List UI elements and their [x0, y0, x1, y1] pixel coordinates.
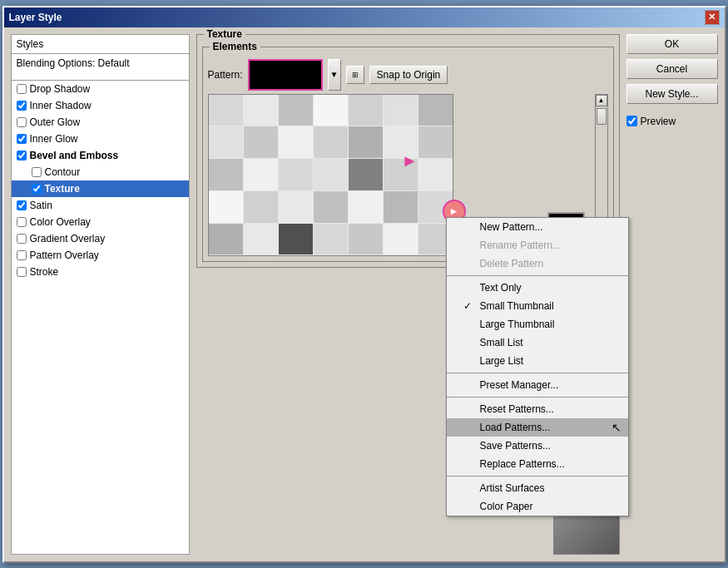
- close-button[interactable]: ✕: [705, 10, 720, 25]
- menu-item-large-list[interactable]: Large List: [447, 352, 628, 370]
- left-panel: Styles Blending Options: Default Drop Sh…: [11, 34, 190, 555]
- right-buttons-panel: OK Cancel New Style... Preview: [626, 34, 718, 555]
- satin-checkbox[interactable]: [17, 200, 27, 210]
- inner-glow-checkbox[interactable]: [17, 134, 27, 144]
- ok-button[interactable]: OK: [626, 34, 718, 54]
- menu-item-replace-patterns[interactable]: Replace Patterns...: [447, 455, 628, 473]
- menu-divider-1: [447, 275, 628, 276]
- sidebar-item-contour[interactable]: Contour: [12, 164, 189, 180]
- sidebar-item-drop-shadow[interactable]: Drop Shadow: [12, 81, 189, 97]
- menu-divider-3: [447, 397, 628, 398]
- context-menu: New Pattern... Rename Pattern... Delete …: [446, 217, 629, 516]
- pattern-preview: [248, 59, 323, 91]
- sidebar-item-inner-glow[interactable]: Inner Glow: [12, 131, 189, 147]
- pattern-dropdown-button[interactable]: ▼: [328, 59, 341, 91]
- elements-group-label: Elements: [210, 41, 260, 52]
- preview-row: Preview: [626, 116, 718, 127]
- menu-item-large-thumbnail[interactable]: Large Thumbnail: [447, 315, 628, 333]
- contour-checkbox[interactable]: [32, 167, 42, 177]
- scroll-up-arrow[interactable]: ▲: [596, 95, 607, 106]
- outer-glow-checkbox[interactable]: [17, 117, 27, 127]
- preview-label: Preview: [641, 116, 676, 127]
- inner-shadow-checkbox[interactable]: [17, 101, 27, 111]
- sidebar-item-gradient-overlay[interactable]: Gradient Overlay: [12, 230, 189, 247]
- main-content: Texture Elements Pattern: ▼ ⊞ Snap to Or…: [196, 34, 620, 555]
- menu-item-small-thumbnail[interactable]: ✓ Small Thumbnail: [447, 297, 628, 315]
- sidebar-item-texture[interactable]: Texture: [12, 180, 189, 197]
- cursor-indicator: ↖: [612, 421, 622, 434]
- menu-item-preset-manager[interactable]: Preset Manager...: [447, 376, 628, 394]
- sidebar-item-inner-shadow[interactable]: Inner Shadow: [12, 97, 189, 114]
- stroke-checkbox[interactable]: [17, 267, 27, 277]
- scroll-thumb[interactable]: [597, 108, 607, 125]
- sidebar-item-satin[interactable]: Satin: [12, 197, 189, 214]
- menu-item-rename-pattern: Rename Pattern...: [447, 236, 628, 254]
- sidebar-item-bevel-emboss[interactable]: Bevel and Emboss: [12, 147, 189, 164]
- snap-to-origin-button[interactable]: Snap to Origin: [369, 66, 448, 84]
- texture-checkbox[interactable]: [32, 184, 42, 194]
- menu-item-small-list[interactable]: Small List: [447, 333, 628, 352]
- sidebar-item-pattern-overlay[interactable]: Pattern Overlay: [12, 247, 189, 264]
- preview-checkbox[interactable]: [626, 116, 637, 126]
- layer-effects-list: Drop Shadow Inner Shadow Outer Glow Inne…: [11, 81, 190, 555]
- menu-divider-4: [447, 476, 628, 477]
- blending-options-item[interactable]: Blending Options: Default: [11, 54, 190, 81]
- menu-item-text-only[interactable]: Text Only: [447, 279, 628, 297]
- title-bar: Layer Style ✕: [4, 7, 725, 27]
- pattern-options-button[interactable]: ⊞: [346, 66, 364, 84]
- pattern-overlay-checkbox[interactable]: [17, 250, 27, 260]
- menu-item-save-patterns[interactable]: Save Patterns...: [447, 437, 628, 455]
- gradient-overlay-checkbox[interactable]: [17, 234, 27, 244]
- sidebar-item-outer-glow[interactable]: Outer Glow: [12, 114, 189, 131]
- layer-style-dialog: Layer Style ✕ Styles Blending Options: D…: [2, 6, 726, 563]
- sidebar-item-stroke[interactable]: Stroke: [12, 264, 189, 280]
- menu-item-load-patterns[interactable]: Load Patterns... ↖: [447, 418, 628, 437]
- bevel-emboss-checkbox[interactable]: [17, 151, 27, 161]
- new-style-button[interactable]: New Style...: [626, 84, 718, 104]
- menu-item-reset-patterns[interactable]: Reset Patterns...: [447, 400, 628, 418]
- menu-item-delete-pattern: Delete Pattern: [447, 254, 628, 273]
- menu-item-new-pattern[interactable]: New Pattern...: [447, 218, 628, 236]
- menu-item-color-paper[interactable]: Color Paper: [447, 497, 628, 516]
- drop-shadow-checkbox[interactable]: [17, 84, 27, 94]
- sidebar-item-color-overlay[interactable]: Color Overlay: [12, 214, 189, 230]
- styles-header: Styles: [11, 34, 190, 54]
- pink-arrow-indicator: ►: [402, 151, 418, 170]
- pattern-grid[interactable]: [208, 94, 453, 256]
- pattern-row: Pattern: ▼ ⊞ Snap to Origin: [208, 59, 608, 91]
- pattern-label: Pattern:: [208, 69, 243, 81]
- menu-divider-2: [447, 373, 628, 373]
- texture-group-label: Texture: [204, 28, 245, 40]
- dialog-title: Layer Style: [9, 12, 62, 23]
- dialog-body: Styles Blending Options: Default Drop Sh…: [4, 27, 725, 561]
- cancel-button[interactable]: Cancel: [626, 59, 718, 79]
- color-overlay-checkbox[interactable]: [17, 217, 27, 227]
- menu-item-artist-surfaces[interactable]: Artist Surfaces: [447, 479, 628, 497]
